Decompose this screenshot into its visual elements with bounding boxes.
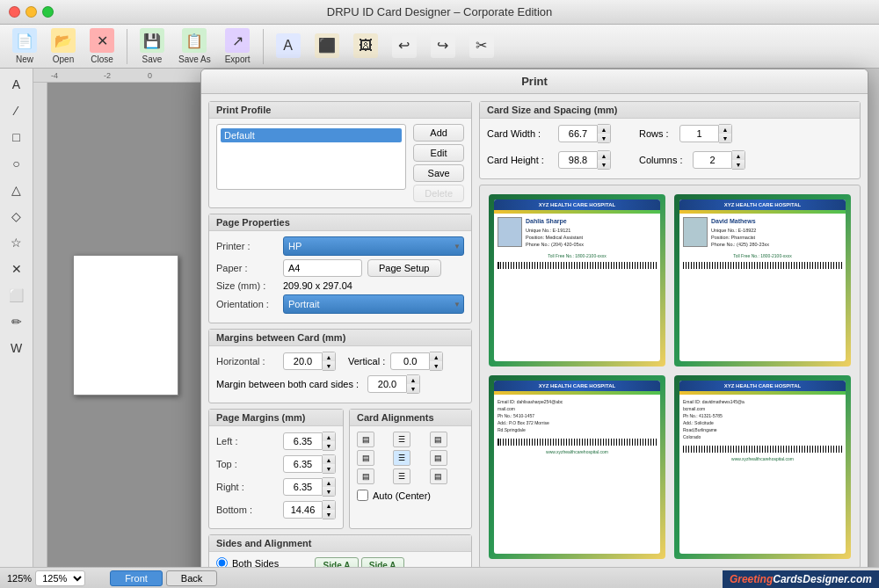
tool-a-button[interactable]: A xyxy=(271,30,306,63)
width-down[interactable]: ▼ xyxy=(598,134,610,142)
align-grid-3: ▤ ☰ ▤ xyxy=(357,468,464,484)
rect-tool[interactable]: □ xyxy=(4,125,30,149)
undo-button[interactable]: ↩ xyxy=(387,30,422,63)
both-down[interactable]: ▼ xyxy=(407,384,419,393)
top-input[interactable] xyxy=(283,455,323,473)
diamond-tool[interactable]: ◇ xyxy=(4,204,30,229)
close-window-btn[interactable] xyxy=(9,6,20,18)
tool-c-button[interactable]: 🖼 xyxy=(348,30,383,63)
save-as-button[interactable]: 📋 Save As xyxy=(173,25,216,68)
left-up[interactable]: ▲ xyxy=(323,432,335,441)
card4-website: www.xyzhealthcarehospital.com xyxy=(679,454,846,463)
printer-select[interactable]: HP xyxy=(283,236,464,256)
orientation-select[interactable]: Portrait xyxy=(283,294,464,314)
tool-b-button[interactable]: ⬛ xyxy=(309,30,345,63)
top-up[interactable]: ▲ xyxy=(323,455,335,464)
edit-profile-btn[interactable]: Edit xyxy=(413,144,464,162)
maximize-window-btn[interactable] xyxy=(42,6,54,18)
right-up[interactable]: ▲ xyxy=(323,478,335,487)
add-profile-btn[interactable]: Add xyxy=(413,124,464,142)
cross-tool[interactable]: ✕ xyxy=(4,257,30,281)
open-button[interactable]: 📂 Open xyxy=(46,25,81,68)
right-input[interactable] xyxy=(283,478,323,496)
ellipse-tool[interactable]: ○ xyxy=(4,151,30,176)
triangle-tool[interactable]: △ xyxy=(4,178,30,202)
cols-down[interactable]: ▼ xyxy=(732,160,745,169)
profile-list[interactable]: Default xyxy=(216,124,406,190)
align-mc[interactable]: ☰ xyxy=(393,450,410,466)
line-tool[interactable]: ⁄ xyxy=(4,98,30,123)
bottom-up[interactable]: ▲ xyxy=(323,501,335,510)
align-tc[interactable]: ☰ xyxy=(393,432,410,447)
print-dialog: Print Print Profile Default Add Edit Sav… xyxy=(200,69,868,588)
redo-icon: ↪ xyxy=(431,33,455,58)
top-down[interactable]: ▼ xyxy=(323,464,335,473)
cols-row: Columns : ▲ ▼ xyxy=(639,150,745,170)
height-input[interactable] xyxy=(558,151,598,169)
bottom-down[interactable]: ▼ xyxy=(323,510,335,519)
left-input[interactable] xyxy=(283,432,323,450)
minimize-window-btn[interactable] xyxy=(25,6,37,18)
align-bl[interactable]: ▤ xyxy=(357,468,374,484)
width-up[interactable]: ▲ xyxy=(598,125,610,134)
left-margin-row: Left : ▲ ▼ xyxy=(216,432,336,451)
align-bc[interactable]: ☰ xyxy=(393,468,410,484)
window-controls[interactable] xyxy=(9,6,54,18)
height-down[interactable]: ▼ xyxy=(598,160,610,169)
align-ml[interactable]: ▤ xyxy=(357,450,374,466)
left-down[interactable]: ▼ xyxy=(323,441,335,450)
both-sides-input[interactable] xyxy=(367,375,407,393)
cols-up[interactable]: ▲ xyxy=(732,151,745,160)
auto-center-check[interactable] xyxy=(357,490,368,501)
image-tool[interactable]: ⬜ xyxy=(4,283,30,308)
top-margin-row: Top : ▲ ▼ xyxy=(216,454,336,474)
vert-spinner: ▲ ▼ xyxy=(390,352,443,371)
tool-a-icon: A xyxy=(276,33,301,58)
align-br[interactable]: ▤ xyxy=(430,468,447,484)
horiz-label: Horizontal : xyxy=(216,356,278,367)
height-up[interactable]: ▲ xyxy=(598,151,610,160)
horiz-input[interactable] xyxy=(283,352,323,370)
close-button[interactable]: ✕ Close xyxy=(84,25,120,68)
align-mr[interactable]: ▤ xyxy=(430,450,447,466)
rows-up[interactable]: ▲ xyxy=(719,125,731,134)
rows-input[interactable] xyxy=(679,125,719,142)
right-margin-row: Right : ▲ ▼ xyxy=(216,477,336,497)
align-tl[interactable]: ▤ xyxy=(357,432,374,447)
new-button[interactable]: 📄 New xyxy=(7,25,42,68)
preview-card-4-inner: XYZ HEALTH CARE HOSPITAL Email ID: david… xyxy=(679,381,846,554)
page-setup-btn[interactable]: Page Setup xyxy=(367,259,441,277)
cut-button[interactable]: ✂ xyxy=(464,30,499,63)
bottom-input[interactable] xyxy=(283,501,323,519)
both-up[interactable]: ▲ xyxy=(407,375,419,384)
vert-input[interactable] xyxy=(390,352,430,370)
horiz-down[interactable]: ▼ xyxy=(323,361,335,370)
redo-button[interactable]: ↪ xyxy=(425,30,461,63)
cols-input[interactable] xyxy=(693,151,732,169)
rows-down[interactable]: ▼ xyxy=(719,134,731,142)
select-tool[interactable]: A xyxy=(4,72,30,97)
vert-down[interactable]: ▼ xyxy=(430,361,442,370)
right-down[interactable]: ▼ xyxy=(323,487,335,496)
delete-profile-btn[interactable]: Delete xyxy=(413,185,464,202)
back-tab[interactable]: Back xyxy=(166,570,217,586)
star-tool[interactable]: ☆ xyxy=(4,230,30,255)
front-tab[interactable]: Front xyxy=(110,570,163,586)
export-button[interactable]: ↗ Export xyxy=(220,25,256,68)
save-profile-btn[interactable]: Save xyxy=(413,164,464,182)
text-tool[interactable]: W xyxy=(4,336,30,360)
dialog-body: Print Profile Default Add Edit Save Dele… xyxy=(201,94,868,588)
paper-input[interactable] xyxy=(283,259,362,277)
margins-card-body: Horizontal : ▲ ▼ Vertical : xyxy=(209,346,471,403)
page-properties-body: Printer : HP Paper : Page Setup Siz xyxy=(209,231,471,323)
card1-body: Dahlia Sharpe Unique No.: E-19121 Positi… xyxy=(494,214,660,251)
pencil-tool[interactable]: ✏ xyxy=(4,309,30,334)
card-size-body: Card Width : ▲ ▼ Rows : xyxy=(480,119,860,178)
align-tr[interactable]: ▤ xyxy=(430,432,447,447)
save-button[interactable]: 💾 Save xyxy=(134,25,170,68)
width-input[interactable] xyxy=(558,125,598,142)
horiz-up[interactable]: ▲ xyxy=(323,352,335,361)
zoom-select[interactable]: 125% 100% 75% xyxy=(35,570,85,586)
profile-item-default[interactable]: Default xyxy=(221,128,402,142)
vert-up[interactable]: ▲ xyxy=(430,352,442,361)
